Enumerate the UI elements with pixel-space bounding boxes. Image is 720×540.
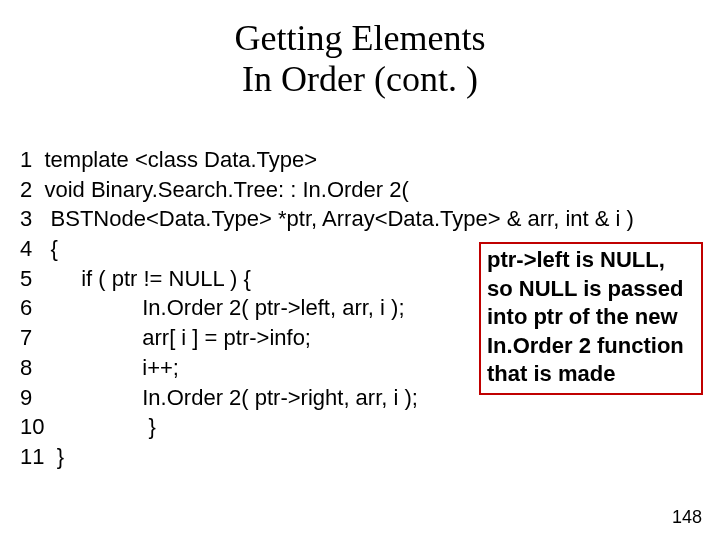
code-line: 3 BSTNode<Data.Type> *ptr, Array<Data.Ty…	[20, 204, 700, 234]
title-line-2: In Order (cont. )	[0, 59, 720, 100]
title-line-1: Getting Elements	[0, 18, 720, 59]
code-line: 11 }	[20, 442, 700, 472]
code-line: 10 }	[20, 412, 700, 442]
page-number: 148	[672, 507, 702, 528]
code-line: 2 void Binary.Search.Tree: : In.Order 2(	[20, 175, 700, 205]
code-line: 1 template <class Data.Type>	[20, 145, 700, 175]
slide-title: Getting Elements In Order (cont. )	[0, 18, 720, 101]
annotation-callout: ptr->left is NULL, so NULL is passed int…	[479, 242, 703, 395]
